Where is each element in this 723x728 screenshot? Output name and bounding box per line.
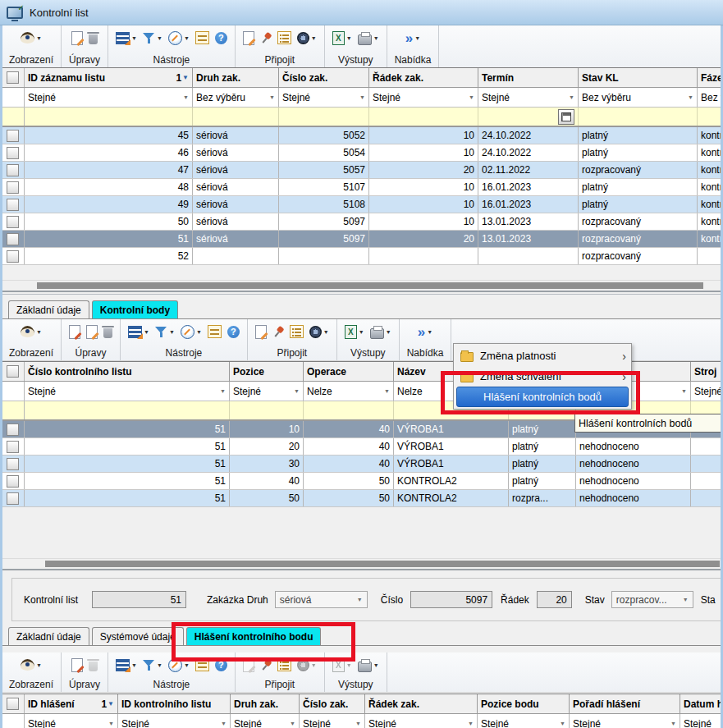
row-checkbox[interactable]: [2, 421, 25, 437]
pin-button[interactable]: [260, 32, 272, 43]
view-button[interactable]: ▼: [21, 659, 42, 671]
table-row[interactable]: 47 sériová 5057 20 02.11.2022 rozpracova…: [2, 162, 721, 179]
table-row[interactable]: 51 40 50 KONTROLA2 platný nehodnoceno: [2, 473, 721, 490]
tab-hlaseni-kontrolniho-bodu[interactable]: Hlášení kontrolního bodu: [186, 627, 322, 645]
table-row[interactable]: 45 sériová 5052 10 24.10.2022 platný kon…: [2, 127, 721, 144]
filter-dropdown[interactable]: Bez výběru▼: [193, 88, 279, 107]
search-input[interactable]: [698, 108, 721, 126]
filter-dropdown[interactable]: Stejné▼: [25, 714, 118, 728]
navigate-button[interactable]: ▼: [181, 325, 202, 339]
table-row-selected[interactable]: 51 sériová 5097 20 13.01.2023 rozpracova…: [2, 231, 721, 248]
row-checkbox[interactable]: [2, 248, 25, 264]
select-all-checkbox[interactable]: [2, 68, 25, 87]
filter-dropdown[interactable]: Stejné▼: [230, 382, 304, 401]
table-row[interactable]: 50 sériová 5097 10 13.01.2023 rozpracova…: [2, 213, 721, 231]
filter-button[interactable]: ▼: [155, 326, 175, 338]
parameters-button[interactable]: [208, 325, 222, 338]
filter-dropdown[interactable]: Stejné▼: [300, 714, 365, 728]
search-input[interactable]: [279, 108, 369, 126]
table-row[interactable]: 51 50 50 KONTROLA2 rozpra... nehodnoceno: [2, 490, 721, 507]
filter-dropdown[interactable]: Stejné: [680, 714, 721, 728]
menu-item-hlaseni-kontrolnich-bodu[interactable]: Hlášení kontrolních bodů: [456, 387, 629, 407]
cislo-field[interactable]: 5097: [410, 591, 492, 608]
column-header[interactable]: Číslo kontrolního listu: [25, 362, 230, 381]
filter-dropdown[interactable]: Bez výběru▼: [579, 88, 698, 107]
new-record-button[interactable]: [71, 658, 83, 672]
print-button[interactable]: ▼: [358, 31, 379, 45]
media-button-disabled[interactable]: ▼: [297, 659, 317, 671]
help-button[interactable]: ?: [227, 326, 240, 338]
search-input[interactable]: [304, 401, 394, 419]
column-header[interactable]: Stroj: [691, 362, 721, 381]
table-row[interactable]: 52 rozpracovaný: [2, 248, 721, 265]
filter-dropdown[interactable]: Bez výběru: [698, 88, 721, 107]
pin-button[interactable]: [260, 659, 272, 671]
filter-dropdown[interactable]: Stejné▼: [231, 714, 300, 728]
column-header[interactable]: Operace: [304, 362, 394, 381]
edit-record-button[interactable]: [86, 325, 98, 339]
column-header[interactable]: Termín: [478, 68, 579, 87]
row-checkbox[interactable]: [2, 456, 25, 472]
menu-button[interactable]: »▼: [405, 32, 420, 44]
export-excel-button-disabled[interactable]: X▼: [332, 658, 352, 672]
table-row[interactable]: 46 sériová 5054 10 24.10.2022 platný kon…: [2, 144, 721, 162]
table-settings-button[interactable]: ▼: [116, 32, 137, 44]
table-row[interactable]: 49 sériová 5108 10 16.01.2023 platný kon…: [2, 196, 721, 213]
filter-dropdown[interactable]: Stejné▼: [570, 714, 680, 728]
print-button[interactable]: ▼: [358, 658, 379, 672]
table-row[interactable]: 51 20 40 VÝROBA1 platný nehodnoceno: [2, 438, 721, 456]
media-button[interactable]: ▼: [309, 326, 329, 338]
column-header[interactable]: Druh zak.: [231, 694, 300, 713]
checklist-button[interactable]: [277, 658, 291, 671]
search-input[interactable]: [579, 108, 698, 126]
row-checkbox[interactable]: [2, 213, 25, 230]
row-checkbox[interactable]: [2, 179, 25, 195]
column-header[interactable]: Pozice: [230, 362, 304, 381]
row-checkbox[interactable]: [2, 231, 25, 247]
help-button[interactable]: ?: [215, 32, 227, 44]
search-input[interactable]: [478, 108, 579, 126]
scrollbar-thumb[interactable]: [37, 282, 703, 289]
help-button[interactable]: ?: [215, 659, 227, 671]
horizontal-scrollbar[interactable]: [2, 280, 721, 291]
tab-kontrolni-body[interactable]: Kontrolní body: [92, 300, 178, 318]
search-input[interactable]: [369, 108, 478, 126]
export-excel-button[interactable]: X▼: [345, 325, 364, 339]
column-header[interactable]: Datum hláš: [680, 694, 721, 713]
search-input[interactable]: [25, 108, 193, 126]
row-checkbox[interactable]: [2, 438, 25, 455]
filter-dropdown[interactable]: Stejné▼: [478, 714, 570, 728]
row-checkbox[interactable]: [2, 490, 25, 506]
row-checkbox[interactable]: [2, 144, 25, 161]
zakazka-druh-combo[interactable]: sériová▼: [275, 591, 368, 608]
search-input[interactable]: [25, 401, 230, 419]
menu-button-open[interactable]: »▼: [418, 326, 432, 338]
column-header[interactable]: Pozice bodu: [478, 694, 570, 713]
column-header[interactable]: ID kontrolního listu: [118, 694, 231, 713]
filter-button[interactable]: ▼: [143, 32, 162, 44]
column-header[interactable]: Stav KL: [579, 68, 698, 87]
filter-dropdown[interactable]: Stejné▼: [25, 88, 193, 107]
row-checkbox[interactable]: [2, 473, 25, 489]
tab-zakladni-udaje[interactable]: Základní údaje: [8, 627, 89, 645]
column-header[interactable]: Řádek zak.: [365, 694, 478, 713]
parameters-button[interactable]: [195, 658, 209, 671]
checklist-button[interactable]: [290, 325, 304, 338]
radek-field[interactable]: 20: [537, 591, 572, 608]
navigate-button[interactable]: ▼: [168, 31, 190, 45]
tab-systemove-udaje[interactable]: Systémové údaje: [92, 627, 184, 645]
attach-note-button[interactable]: [255, 325, 267, 339]
delete-record-button-disabled[interactable]: [89, 659, 98, 671]
filter-dropdown[interactable]: Nelze▼: [304, 382, 394, 401]
filter-dropdown[interactable]: Stejné: [691, 382, 721, 401]
parameters-button[interactable]: [195, 31, 209, 44]
column-header[interactable]: Číslo zak.: [300, 694, 365, 713]
attach-note-button-disabled[interactable]: [243, 658, 254, 672]
filter-dropdown[interactable]: Stejné▼: [478, 88, 579, 107]
column-header[interactable]: ID hlášení1▼: [25, 694, 118, 713]
column-header[interactable]: ID záznamu listu1▼: [25, 68, 193, 87]
menu-item-zmena-schvaleni[interactable]: Změna schválení ›: [454, 366, 631, 387]
row-checkbox[interactable]: [2, 127, 25, 144]
filter-dropdown[interactable]: Stejné▼: [369, 88, 478, 107]
edit-record-button[interactable]: [71, 31, 83, 45]
